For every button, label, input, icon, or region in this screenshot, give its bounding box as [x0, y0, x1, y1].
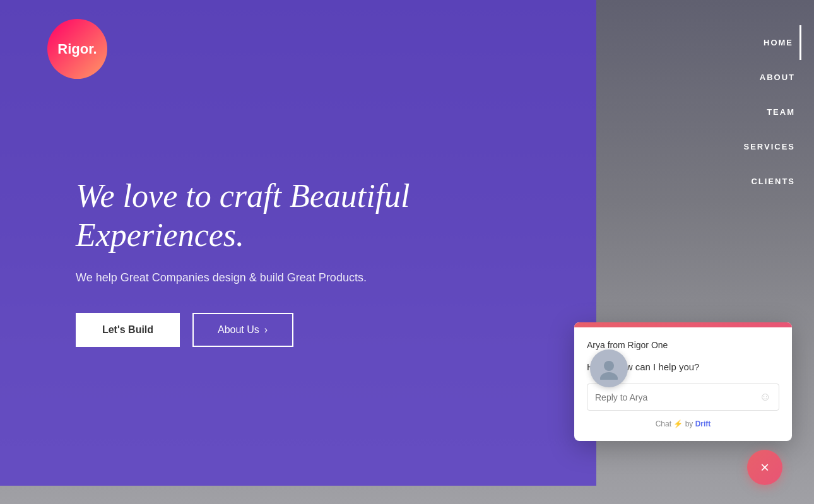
hero-content: We love to craft Beautiful Experiences. … — [76, 177, 549, 347]
nav-item-about[interactable]: ABOUT — [753, 60, 801, 95]
nav-item-home[interactable]: HOME — [757, 25, 801, 60]
svg-point-1 — [600, 372, 618, 380]
chat-bolt-icon: ⚡ — [673, 419, 683, 428]
lets-build-button[interactable]: Let's Build — [76, 313, 180, 347]
agent-avatar-icon — [598, 357, 620, 380]
close-icon: × — [760, 460, 769, 475]
agent-name: Arya from Rigor One — [587, 340, 668, 350]
hero-buttons: Let's Build About Us › — [76, 313, 549, 347]
chat-footer-by: by — [685, 419, 693, 428]
chat-agent-info: Arya from Rigor One — [587, 340, 779, 350]
hero-title: We love to craft Beautiful Experiences. — [76, 177, 549, 255]
nav-item-clients[interactable]: CLIENTS — [745, 164, 801, 199]
chat-footer-text: Chat — [656, 419, 671, 428]
chat-input-wrap[interactable]: ☺ — [587, 384, 779, 411]
logo-text: Rigor. — [57, 41, 97, 57]
chat-close-button[interactable]: × — [747, 450, 782, 485]
chat-reply-input[interactable] — [595, 392, 760, 402]
chat-avatar-bubble — [590, 349, 628, 387]
about-us-label: About Us — [218, 324, 259, 336]
main-nav: HOME ABOUT TEAM SERVICES CLIENTS — [596, 0, 814, 199]
about-us-button[interactable]: About Us › — [192, 313, 293, 347]
svg-point-0 — [604, 361, 614, 371]
emoji-icon[interactable]: ☺ — [760, 390, 771, 404]
hero-subtitle: We help Great Companies design & build G… — [76, 271, 549, 284]
logo[interactable]: Rigor. — [47, 19, 107, 79]
about-us-arrow: › — [264, 324, 268, 336]
nav-item-team[interactable]: TEAM — [760, 95, 801, 129]
chat-header-bar — [574, 322, 792, 327]
nav-item-services[interactable]: SERVICES — [737, 129, 801, 164]
chat-footer: Chat ⚡ by Drift — [587, 419, 779, 431]
drift-link[interactable]: Drift — [695, 419, 711, 428]
